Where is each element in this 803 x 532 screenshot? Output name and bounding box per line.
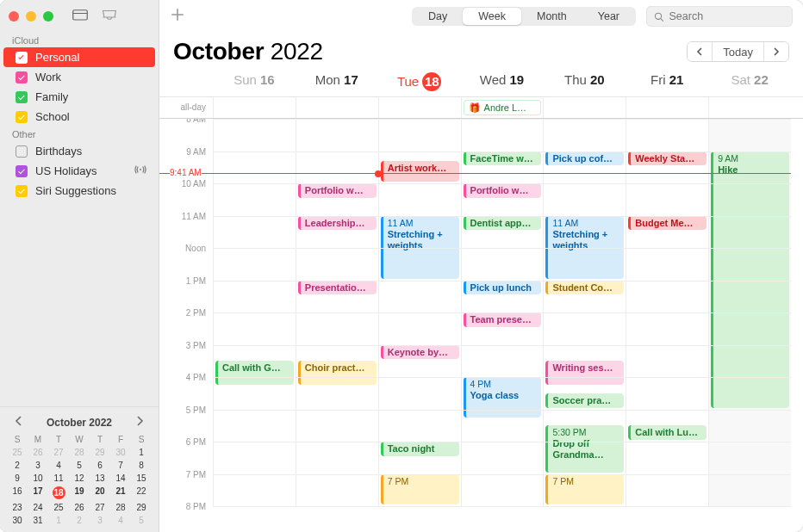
mini-day[interactable]: 28 (110, 501, 131, 514)
mini-prev-button[interactable] (12, 414, 26, 431)
calendar-item-school[interactable]: School (3, 107, 155, 127)
mini-next-button[interactable] (133, 414, 146, 431)
allday-cell[interactable] (708, 97, 791, 118)
close-button[interactable] (9, 11, 19, 22)
event[interactable]: 11 AMStretching + weights (545, 216, 624, 279)
mini-day[interactable]: 1 (131, 446, 152, 459)
calendar-checkbox[interactable] (16, 91, 28, 103)
view-year[interactable]: Year (582, 8, 635, 25)
event[interactable]: Call with G… (215, 361, 294, 385)
mini-day[interactable]: 21 (110, 485, 131, 501)
mini-day[interactable]: 13 (90, 472, 110, 485)
add-event-button[interactable] (170, 7, 189, 26)
calendar-checkbox[interactable] (16, 71, 28, 84)
event[interactable]: Artist work… (381, 161, 459, 182)
event[interactable]: Presentatio… (298, 281, 377, 295)
event[interactable]: 11 AMStretching + weights (381, 216, 459, 279)
event[interactable]: Budget Me… (628, 216, 707, 231)
search-field[interactable] (646, 6, 793, 27)
event[interactable]: Keynote by… (381, 345, 459, 360)
event[interactable]: 5:30 PMDrop off Grandma… (545, 425, 624, 472)
mini-day[interactable]: 23 (7, 501, 28, 514)
mini-day[interactable]: 3 (28, 459, 48, 472)
allday-event[interactable]: 🎁Andre L… (464, 100, 542, 115)
day-header[interactable]: Mon 17 (296, 69, 378, 96)
allday-cell[interactable] (378, 97, 461, 118)
event[interactable]: Dentist app… (464, 216, 542, 231)
calendar-item-siri-suggestions[interactable]: Siri Suggestions (3, 181, 155, 201)
calendar-checkbox[interactable] (16, 165, 28, 177)
view-month[interactable]: Month (521, 8, 582, 25)
event[interactable]: Writing ses… (545, 361, 624, 385)
view-day[interactable]: Day (413, 8, 463, 25)
mini-day[interactable]: 4 (48, 459, 69, 472)
calendar-checkbox[interactable] (16, 111, 28, 123)
mini-day[interactable]: 10 (28, 472, 48, 485)
day-header[interactable]: Tue 18 (378, 69, 461, 96)
mini-day[interactable]: 30 (7, 514, 28, 527)
day-header[interactable]: Sun 16 (213, 69, 296, 96)
mini-day[interactable]: 26 (69, 501, 90, 514)
search-input[interactable] (669, 10, 786, 22)
event[interactable]: Pick up lunch (464, 281, 542, 295)
mini-day[interactable]: 9 (7, 472, 28, 485)
event[interactable]: 9 AMHike (711, 152, 789, 408)
mini-day[interactable]: 11 (48, 472, 69, 485)
mini-day[interactable]: 24 (28, 501, 48, 514)
mini-day[interactable]: 8 (131, 459, 152, 472)
maximize-button[interactable] (43, 11, 53, 22)
view-week[interactable]: Week (463, 8, 521, 25)
allday-cell[interactable] (626, 97, 708, 118)
mini-day[interactable]: 2 (7, 459, 28, 472)
event[interactable]: Leadership… (298, 216, 377, 231)
mini-day[interactable]: 12 (69, 472, 90, 485)
day-header[interactable]: Wed 19 (461, 69, 544, 96)
mini-day[interactable]: 6 (90, 459, 110, 472)
next-week-button[interactable] (764, 42, 788, 61)
today-button[interactable]: Today (712, 42, 764, 61)
event[interactable]: 7 PM (381, 474, 459, 505)
event[interactable]: Soccer pra… (545, 393, 624, 408)
mini-day[interactable]: 30 (110, 446, 131, 459)
week-scroll-area[interactable]: 8 AM9 AM10 AM11 AMNoon1 PM2 PM3 PM4 PM5 … (159, 119, 803, 532)
allday-cell[interactable] (543, 97, 626, 118)
event[interactable]: Pick up cof… (545, 152, 624, 166)
calendar-checkbox[interactable] (16, 185, 28, 197)
mini-day[interactable]: 31 (28, 514, 48, 527)
mini-day[interactable]: 2 (69, 514, 90, 527)
day-header[interactable]: Sat 22 (708, 69, 791, 96)
event[interactable]: Weekly Sta… (628, 152, 707, 166)
event[interactable]: 7 PM (545, 474, 624, 505)
day-header[interactable]: Thu 20 (543, 69, 626, 96)
mini-day[interactable]: 15 (131, 472, 152, 485)
allday-cell[interactable] (213, 97, 296, 118)
mini-day[interactable]: 22 (131, 485, 152, 501)
mini-day[interactable]: 25 (48, 501, 69, 514)
mini-day[interactable]: 29 (90, 446, 110, 459)
mini-day[interactable]: 1 (48, 514, 69, 527)
calendar-checkbox[interactable] (16, 52, 28, 64)
mini-day[interactable]: 5 (69, 459, 90, 472)
event[interactable]: Team prese… (464, 312, 542, 327)
mini-day[interactable]: 29 (131, 501, 152, 514)
event[interactable]: Taco night (381, 442, 459, 456)
event[interactable]: 4 PMYoga class (464, 377, 542, 418)
mini-day[interactable]: 18 (48, 485, 69, 501)
inbox-icon[interactable] (102, 8, 117, 25)
calendar-item-us-holidays[interactable]: US Holidays (3, 161, 155, 181)
mini-day[interactable]: 27 (90, 501, 110, 514)
mini-day[interactable]: 27 (48, 446, 69, 459)
mini-day[interactable]: 26 (28, 446, 48, 459)
event[interactable]: Portfolio w… (464, 183, 542, 198)
allday-cell[interactable] (296, 97, 378, 118)
mini-day[interactable]: 19 (69, 485, 90, 501)
mini-day[interactable]: 17 (28, 485, 48, 501)
allday-cell[interactable]: 🎁Andre L… (461, 97, 544, 118)
calendar-item-family[interactable]: Family (3, 87, 155, 107)
mini-day[interactable]: 16 (7, 485, 28, 501)
calendar-icon[interactable] (72, 8, 88, 25)
mini-day[interactable]: 25 (7, 446, 28, 459)
minimize-button[interactable] (26, 11, 36, 22)
prev-week-button[interactable] (688, 42, 712, 61)
event[interactable]: Student Co… (545, 281, 624, 295)
